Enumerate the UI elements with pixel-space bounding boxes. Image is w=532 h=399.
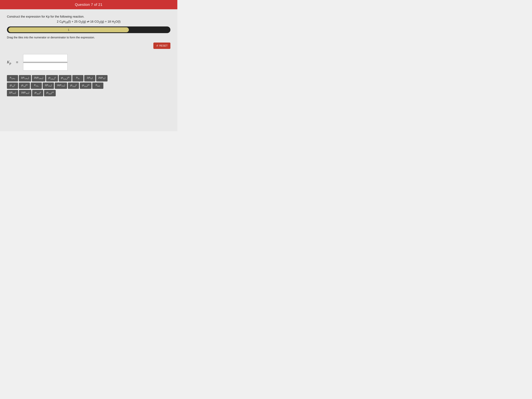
tiles-row-2: (PO₂)2 (PO₂)25 PCO₂ 2(PCO₂) 16(PCO₂) (PC…: [7, 82, 171, 89]
tile-16pco2[interactable]: 16(PCO₂): [55, 82, 67, 89]
tile-2ph2o[interactable]: 2(PH₂O): [7, 90, 18, 96]
progress-bar-inner: 1: [8, 27, 129, 32]
kp-label: Kp: [7, 60, 11, 65]
reaction-equation: 2 C8H18(l) + 25 O2(g) ⇌ 16 CO2(g) + 18 H…: [7, 20, 171, 24]
tile-pco2-16[interactable]: (PCO₂)16: [80, 82, 91, 89]
tile-pc8h18-sq[interactable]: (PC₈H₁₈)2: [46, 75, 58, 82]
main-content: Construct the expression for Kp for the …: [0, 9, 177, 131]
tile-po2-sq[interactable]: (PO₂)2: [7, 82, 18, 89]
tile-2po2[interactable]: 2(PO₂): [84, 75, 95, 82]
reset-button[interactable]: ↺ RESET: [153, 43, 171, 49]
reset-icon: ↺: [156, 44, 158, 47]
tile-ph2o[interactable]: PH₂O: [92, 82, 103, 89]
tiles-row-3: 2(PH₂O) 18(PH₂O) (PH₂O)2 (PH₂O)18: [7, 90, 171, 96]
tile-2pco2[interactable]: 2(PCO₂): [43, 82, 54, 89]
tile-25pc8h18[interactable]: 25(PC₈H₁₈): [32, 75, 45, 82]
fraction-line: [23, 62, 68, 63]
denominator-slot[interactable]: [23, 63, 68, 70]
tile-25po2[interactable]: 25(PO₂): [96, 75, 108, 82]
fraction: [23, 54, 68, 71]
progress-bar-container: 1: [7, 26, 171, 33]
tile-pc8h18[interactable]: PC₈H₁₈: [7, 75, 18, 82]
progress-value: 1: [68, 28, 69, 32]
tile-po2[interactable]: PO₂: [72, 75, 83, 82]
equals-sign: =: [16, 60, 18, 64]
tile-ph2o-sq[interactable]: (PH₂O)2: [32, 90, 43, 96]
tile-pco2[interactable]: PCO₂: [31, 82, 42, 89]
reset-row: ↺ RESET: [7, 43, 171, 52]
fraction-container: Kp =: [7, 54, 171, 71]
numerator-slot[interactable]: [23, 54, 68, 62]
tile-18ph2o[interactable]: 18(PH₂O): [19, 90, 32, 96]
question-label: Question 7 of 21: [75, 2, 102, 7]
tile-po2-25[interactable]: (PO₂)25: [19, 82, 30, 89]
header-bar: Question 7 of 21: [0, 0, 177, 9]
tile-2pc8h18[interactable]: 2(PC₈H₁₈): [19, 75, 31, 82]
tiles-area: PC₈H₁₈ 2(PC₈H₁₈) 25(PC₈H₁₈) (PC₈H₁₈)2 (P…: [7, 75, 171, 96]
tile-pc8h18-25[interactable]: (PC₈H₁₈)25: [59, 75, 71, 82]
tile-ph2o-18[interactable]: (PH₂O)18: [44, 90, 56, 96]
tile-pco2-sq[interactable]: (PCO₂)2: [68, 82, 79, 89]
question-instruction: Construct the expression for Kp for the …: [7, 15, 171, 19]
tiles-row-1: PC₈H₁₈ 2(PC₈H₁₈) 25(PC₈H₁₈) (PC₈H₁₈)2 (P…: [7, 75, 171, 82]
drag-instruction: Drag the tiles into the numerator or den…: [7, 36, 171, 39]
reset-label: RESET: [159, 44, 168, 47]
